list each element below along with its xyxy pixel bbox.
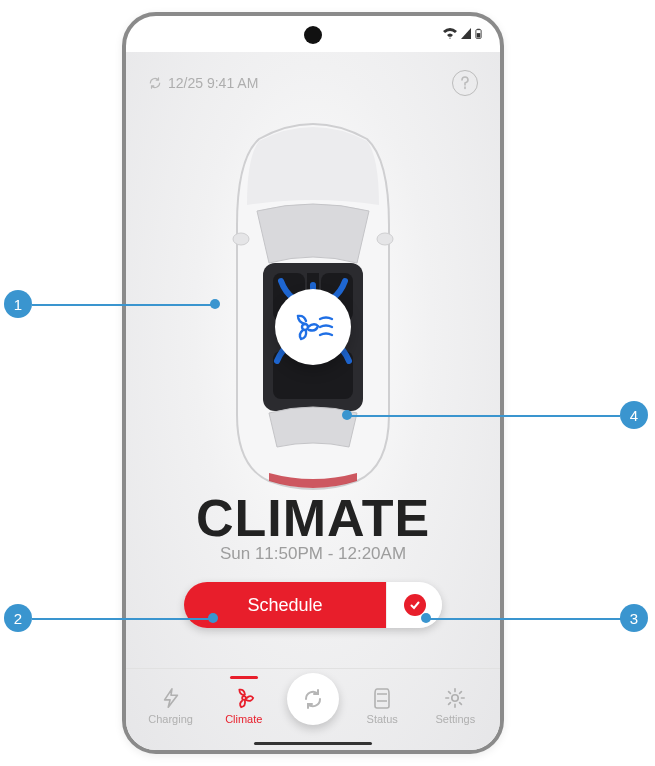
svg-point-9 bbox=[377, 233, 393, 245]
camera-dot bbox=[304, 26, 322, 44]
schedule-time-range: Sun 11:50PM - 12:20AM bbox=[126, 544, 500, 564]
tab-label: Status bbox=[367, 713, 398, 725]
question-icon bbox=[460, 76, 470, 90]
car-top-view bbox=[229, 115, 397, 493]
refresh-button[interactable] bbox=[287, 673, 339, 725]
fan-icon bbox=[292, 310, 334, 344]
status-icons bbox=[443, 28, 482, 40]
wifi-icon bbox=[443, 28, 457, 40]
phone-frame: 12/25 9:41 AM bbox=[122, 12, 504, 754]
tab-climate[interactable]: Climate bbox=[214, 686, 274, 725]
svg-rect-1 bbox=[477, 33, 481, 37]
screen-title: CLIMATE bbox=[126, 488, 500, 548]
svg-point-12 bbox=[452, 695, 458, 701]
callout-2: 2 bbox=[4, 604, 32, 632]
svg-point-8 bbox=[233, 233, 249, 245]
sync-icon bbox=[148, 76, 162, 90]
tab-charging[interactable]: Charging bbox=[141, 686, 201, 725]
fan-tab-icon bbox=[233, 687, 255, 709]
callout-1: 1 bbox=[4, 290, 32, 318]
tab-settings[interactable]: Settings bbox=[425, 686, 485, 725]
tab-bar: Charging Climate Status Settings bbox=[126, 668, 500, 736]
last-sync: 12/25 9:41 AM bbox=[148, 75, 258, 91]
refresh-icon bbox=[301, 687, 325, 711]
climate-fan-button[interactable] bbox=[275, 289, 351, 365]
callout-4: 4 bbox=[620, 401, 648, 429]
tab-status[interactable]: Status bbox=[352, 686, 412, 725]
last-sync-text: 12/25 9:41 AM bbox=[168, 75, 258, 91]
schedule-toggle[interactable] bbox=[386, 582, 442, 628]
signal-icon bbox=[461, 28, 471, 40]
lightning-icon bbox=[160, 687, 182, 709]
app-screen: 12/25 9:41 AM bbox=[126, 52, 500, 750]
car-front-icon bbox=[373, 686, 391, 710]
tab-label: Settings bbox=[435, 713, 475, 725]
tab-label: Charging bbox=[148, 713, 193, 725]
battery-icon bbox=[475, 28, 482, 40]
check-icon bbox=[404, 594, 426, 616]
help-button[interactable] bbox=[452, 70, 478, 96]
svg-rect-2 bbox=[477, 29, 480, 30]
gear-icon bbox=[444, 687, 466, 709]
callout-3: 3 bbox=[620, 604, 648, 632]
tab-label: Climate bbox=[225, 713, 262, 725]
schedule-button-label: Schedule bbox=[247, 595, 322, 616]
status-bar bbox=[126, 16, 500, 48]
home-indicator bbox=[254, 742, 372, 745]
schedule-row: Schedule bbox=[184, 582, 442, 628]
